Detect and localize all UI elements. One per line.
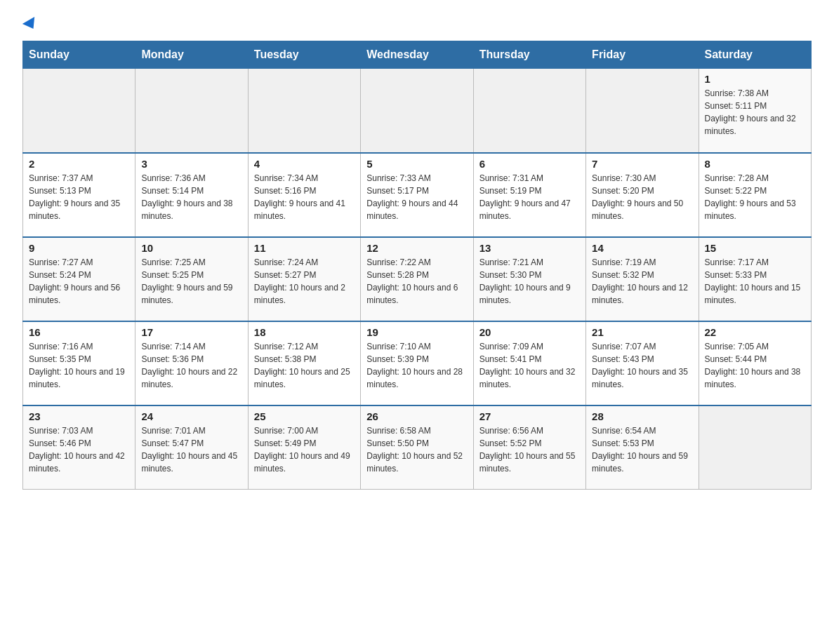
day-info: Sunrise: 7:21 AM Sunset: 5:30 PM Dayligh… — [479, 256, 580, 307]
calendar-cell — [248, 69, 360, 153]
day-number: 18 — [254, 326, 355, 338]
day-info: Sunrise: 6:54 AM Sunset: 5:53 PM Dayligh… — [592, 424, 692, 475]
calendar-cell — [135, 69, 248, 153]
day-header-sunday: Sunday — [23, 41, 135, 69]
day-info: Sunrise: 7:09 AM Sunset: 5:41 PM Dayligh… — [479, 340, 580, 391]
day-number: 4 — [254, 158, 355, 170]
calendar-cell: 7Sunrise: 7:30 AM Sunset: 5:20 PM Daylig… — [586, 153, 699, 237]
calendar-cell: 17Sunrise: 7:14 AM Sunset: 5:36 PM Dayli… — [135, 321, 248, 405]
day-info: Sunrise: 7:24 AM Sunset: 5:27 PM Dayligh… — [254, 256, 355, 307]
calendar-cell: 26Sunrise: 6:58 AM Sunset: 5:50 PM Dayli… — [361, 405, 473, 490]
day-info: Sunrise: 7:34 AM Sunset: 5:16 PM Dayligh… — [254, 172, 355, 222]
calendar-cell: 12Sunrise: 7:22 AM Sunset: 5:28 PM Dayli… — [361, 237, 473, 321]
day-header-wednesday: Wednesday — [361, 41, 473, 69]
day-number: 16 — [29, 326, 129, 338]
day-number: 2 — [29, 158, 129, 170]
day-number: 12 — [366, 242, 467, 254]
day-number: 9 — [29, 242, 129, 254]
day-number: 19 — [366, 326, 467, 338]
day-info: Sunrise: 7:25 AM Sunset: 5:25 PM Dayligh… — [141, 256, 241, 307]
calendar-week-row: 9Sunrise: 7:27 AM Sunset: 5:24 PM Daylig… — [23, 237, 812, 321]
day-info: Sunrise: 7:37 AM Sunset: 5:13 PM Dayligh… — [29, 172, 129, 222]
day-info: Sunrise: 6:58 AM Sunset: 5:50 PM Dayligh… — [366, 424, 467, 475]
day-number: 8 — [705, 158, 805, 170]
day-number: 7 — [592, 158, 692, 170]
calendar-week-row: 1Sunrise: 7:38 AM Sunset: 5:11 PM Daylig… — [23, 69, 812, 153]
calendar-cell: 18Sunrise: 7:12 AM Sunset: 5:38 PM Dayli… — [248, 321, 360, 405]
day-info: Sunrise: 7:14 AM Sunset: 5:36 PM Dayligh… — [141, 340, 241, 391]
day-info: Sunrise: 7:00 AM Sunset: 5:49 PM Dayligh… — [254, 424, 355, 475]
day-number: 28 — [592, 410, 692, 422]
day-info: Sunrise: 7:28 AM Sunset: 5:22 PM Dayligh… — [705, 172, 805, 222]
calendar-cell: 28Sunrise: 6:54 AM Sunset: 5:53 PM Dayli… — [586, 405, 699, 490]
calendar-cell — [23, 69, 135, 153]
day-number: 20 — [479, 326, 580, 338]
calendar-cell: 2Sunrise: 7:37 AM Sunset: 5:13 PM Daylig… — [23, 153, 135, 237]
day-number: 1 — [705, 73, 805, 85]
calendar-cell: 21Sunrise: 7:07 AM Sunset: 5:43 PM Dayli… — [586, 321, 699, 405]
calendar-cell: 1Sunrise: 7:38 AM Sunset: 5:11 PM Daylig… — [699, 69, 811, 153]
page-header — [22, 17, 812, 28]
day-info: Sunrise: 7:07 AM Sunset: 5:43 PM Dayligh… — [592, 340, 692, 391]
day-info: Sunrise: 7:03 AM Sunset: 5:46 PM Dayligh… — [29, 424, 129, 475]
calendar-cell: 13Sunrise: 7:21 AM Sunset: 5:30 PM Dayli… — [473, 237, 585, 321]
day-info: Sunrise: 7:33 AM Sunset: 5:17 PM Dayligh… — [366, 172, 467, 222]
calendar-cell: 14Sunrise: 7:19 AM Sunset: 5:32 PM Dayli… — [586, 237, 699, 321]
calendar-cell — [586, 69, 699, 153]
day-info: Sunrise: 7:01 AM Sunset: 5:47 PM Dayligh… — [141, 424, 241, 475]
day-number: 26 — [366, 410, 467, 422]
calendar-cell: 24Sunrise: 7:01 AM Sunset: 5:47 PM Dayli… — [135, 405, 248, 490]
calendar-cell: 6Sunrise: 7:31 AM Sunset: 5:19 PM Daylig… — [473, 153, 585, 237]
day-header-friday: Friday — [586, 41, 699, 69]
day-header-saturday: Saturday — [699, 41, 811, 69]
day-number: 25 — [254, 410, 355, 422]
calendar-week-row: 23Sunrise: 7:03 AM Sunset: 5:46 PM Dayli… — [23, 405, 812, 490]
calendar-cell — [361, 69, 473, 153]
day-info: Sunrise: 7:31 AM Sunset: 5:19 PM Dayligh… — [479, 172, 580, 222]
calendar-week-row: 16Sunrise: 7:16 AM Sunset: 5:35 PM Dayli… — [23, 321, 812, 405]
day-info: Sunrise: 7:19 AM Sunset: 5:32 PM Dayligh… — [592, 256, 692, 307]
calendar-header-row: SundayMondayTuesdayWednesdayThursdayFrid… — [23, 41, 812, 69]
calendar-table: SundayMondayTuesdayWednesdayThursdayFrid… — [22, 41, 812, 490]
day-number: 17 — [141, 326, 241, 338]
day-header-monday: Monday — [135, 41, 248, 69]
day-number: 13 — [479, 242, 580, 254]
day-info: Sunrise: 7:27 AM Sunset: 5:24 PM Dayligh… — [29, 256, 129, 307]
day-number: 14 — [592, 242, 692, 254]
calendar-cell — [699, 405, 811, 490]
calendar-cell: 16Sunrise: 7:16 AM Sunset: 5:35 PM Dayli… — [23, 321, 135, 405]
logo — [22, 17, 38, 28]
calendar-cell: 8Sunrise: 7:28 AM Sunset: 5:22 PM Daylig… — [699, 153, 811, 237]
calendar-cell: 25Sunrise: 7:00 AM Sunset: 5:49 PM Dayli… — [248, 405, 360, 490]
calendar-cell — [473, 69, 585, 153]
day-info: Sunrise: 7:16 AM Sunset: 5:35 PM Dayligh… — [29, 340, 129, 391]
day-number: 5 — [366, 158, 467, 170]
day-number: 24 — [141, 410, 241, 422]
day-info: Sunrise: 7:05 AM Sunset: 5:44 PM Dayligh… — [705, 340, 805, 391]
day-number: 3 — [141, 158, 241, 170]
calendar-cell: 5Sunrise: 7:33 AM Sunset: 5:17 PM Daylig… — [361, 153, 473, 237]
calendar-cell: 4Sunrise: 7:34 AM Sunset: 5:16 PM Daylig… — [248, 153, 360, 237]
logo-text — [22, 17, 38, 29]
calendar-cell: 20Sunrise: 7:09 AM Sunset: 5:41 PM Dayli… — [473, 321, 585, 405]
day-number: 27 — [479, 410, 580, 422]
calendar-cell: 15Sunrise: 7:17 AM Sunset: 5:33 PM Dayli… — [699, 237, 811, 321]
day-number: 23 — [29, 410, 129, 422]
calendar-week-row: 2Sunrise: 7:37 AM Sunset: 5:13 PM Daylig… — [23, 153, 812, 237]
calendar-cell: 19Sunrise: 7:10 AM Sunset: 5:39 PM Dayli… — [361, 321, 473, 405]
day-info: Sunrise: 7:38 AM Sunset: 5:11 PM Dayligh… — [705, 87, 805, 137]
day-number: 22 — [705, 326, 805, 338]
day-number: 15 — [705, 242, 805, 254]
day-number: 10 — [141, 242, 241, 254]
day-number: 11 — [254, 242, 355, 254]
logo-arrow-icon — [22, 17, 39, 32]
day-header-thursday: Thursday — [473, 41, 585, 69]
day-header-tuesday: Tuesday — [248, 41, 360, 69]
day-number: 6 — [479, 158, 580, 170]
calendar-cell: 9Sunrise: 7:27 AM Sunset: 5:24 PM Daylig… — [23, 237, 135, 321]
calendar-cell: 27Sunrise: 6:56 AM Sunset: 5:52 PM Dayli… — [473, 405, 585, 490]
day-info: Sunrise: 7:22 AM Sunset: 5:28 PM Dayligh… — [366, 256, 467, 307]
day-info: Sunrise: 7:10 AM Sunset: 5:39 PM Dayligh… — [366, 340, 467, 391]
calendar-cell: 3Sunrise: 7:36 AM Sunset: 5:14 PM Daylig… — [135, 153, 248, 237]
day-number: 21 — [592, 326, 692, 338]
